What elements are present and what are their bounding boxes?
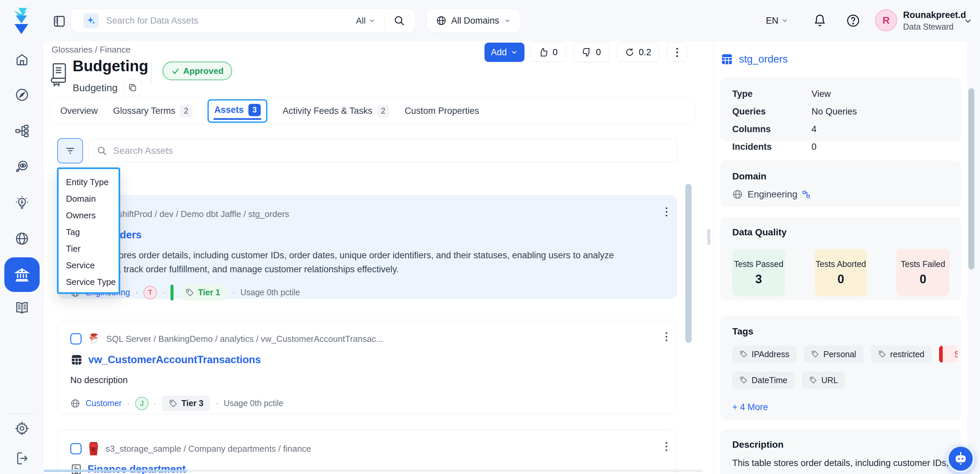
sidebar-item-settings[interactable]	[15, 421, 29, 436]
tag-restricted[interactable]: restricted	[871, 345, 932, 363]
table-icon	[720, 52, 733, 66]
sidebar-item-insights[interactable]	[15, 196, 29, 210]
preview-tags-card: Tags IPAddress Personal restricted Sensi…	[720, 316, 961, 420]
asset-breadcrumb[interactable]: SQL Server / BankingDemo / analytics / v…	[106, 334, 383, 344]
tags-show-more-link[interactable]: + 4 More	[732, 402, 949, 412]
search-input[interactable]	[106, 16, 356, 26]
panel-scrollbar-thumb[interactable]	[968, 88, 974, 270]
preview-description-card: Description This table stores order deta…	[720, 429, 961, 474]
more-actions-button[interactable]	[667, 43, 687, 62]
add-button[interactable]: Add	[485, 43, 525, 62]
asset-checkbox[interactable]	[70, 443, 81, 454]
assets-search-input[interactable]	[113, 145, 669, 156]
tile-label: Tests Aborted	[816, 259, 866, 269]
user-avatar[interactable]: R	[875, 9, 897, 31]
filter-option-owners[interactable]: Owners	[59, 207, 119, 224]
rating-button[interactable]: 0.2	[617, 43, 659, 62]
overview-label: Incidents	[732, 142, 811, 152]
domain-heading: Domain	[732, 171, 949, 182]
preview-data-quality-card: Data Quality Tests Passed 3 Tests Aborte…	[720, 217, 961, 300]
tier-badge[interactable]: Tier 1	[181, 285, 227, 301]
tile-value: 3	[755, 272, 762, 286]
status-badge[interactable]: Approved	[162, 62, 232, 80]
tier-label: Tier 1	[198, 288, 220, 297]
sidebar-item-profile-search[interactable]	[15, 159, 29, 174]
filter-option-tier[interactable]: Tier	[59, 240, 119, 257]
breadcrumb[interactable]: Glossaries / Finance	[52, 45, 130, 55]
asset-domain-link[interactable]: Customer	[86, 398, 121, 408]
assistant-chatbot-button[interactable]	[947, 445, 975, 472]
filter-option-tag[interactable]: Tag	[59, 224, 119, 240]
downvote-button[interactable]: 0	[573, 43, 609, 62]
tag-sensitive[interactable]: Sensitive	[939, 345, 958, 363]
open-lineage-icon[interactable]	[802, 190, 810, 199]
sidebar-item-domains[interactable]	[15, 231, 29, 246]
assets-search-bar	[88, 139, 677, 162]
tests-passed-tile[interactable]: Tests Passed 3	[732, 249, 785, 296]
asset-name-link[interactable]: Finance department	[88, 463, 186, 474]
asset-kebab-menu[interactable]	[666, 332, 667, 341]
domain-value[interactable]: Engineering	[748, 189, 797, 200]
all-domains-selector[interactable]: All Domains	[427, 9, 520, 33]
asset-card-stg-orders[interactable]: redshiftProd / dev / Demo dbt Jaffle / s…	[57, 195, 677, 299]
filter-option-domain[interactable]: Domain	[59, 190, 119, 207]
notifications-button[interactable]	[813, 13, 827, 28]
search-icon[interactable]	[393, 14, 405, 27]
filter-option-entity-type[interactable]: Entity Type	[59, 174, 119, 190]
sidebar-item-signout[interactable]	[15, 451, 29, 466]
preview-asset-title[interactable]: stg_orders	[739, 53, 788, 65]
filter-option-service[interactable]: Service	[59, 257, 119, 274]
incidents-link[interactable]: 0	[811, 142, 816, 152]
sidebar-item-glossary[interactable]	[15, 301, 29, 315]
horizontal-scrollbar-thumb[interactable]	[44, 470, 187, 472]
horizontal-scrollbar[interactable]	[44, 470, 703, 472]
sidebar-item-discover[interactable]	[15, 87, 29, 102]
asset-card-finance-department[interactable]: s3_storage_sample / Company departments …	[57, 430, 677, 474]
upvote-button[interactable]: 0	[530, 43, 566, 62]
sidebar-item-governance-active[interactable]	[4, 257, 40, 292]
tag-personal[interactable]: Personal	[804, 345, 864, 363]
tab-assets[interactable]: Assets3	[207, 99, 267, 123]
tests-aborted-tile[interactable]: Tests Aborted 0	[815, 249, 867, 296]
tag-datetime[interactable]: DateTime	[732, 371, 794, 389]
asset-checkbox[interactable]	[70, 333, 81, 345]
asset-kebab-menu[interactable]	[666, 207, 667, 216]
ai-sparkle-icon[interactable]	[84, 13, 99, 28]
owner-avatar[interactable]: J	[135, 397, 148, 410]
tag-label: Sensitive	[955, 350, 958, 359]
panel-resize-handle[interactable]	[707, 229, 710, 245]
tab-bar: Overview Glossary Terms2 Assets3 Activit…	[50, 97, 696, 124]
asset-name-link[interactable]: vw_CustomerAccountTransactions	[88, 354, 261, 366]
language-selector[interactable]: EN	[766, 12, 789, 29]
sidebar-toggle-icon[interactable]	[52, 14, 67, 29]
tag-ipaddress[interactable]: IPAddress	[732, 345, 797, 363]
owner-avatar[interactable]: T	[143, 286, 157, 299]
main-content: Glossaries / Finance Budgeting Approved …	[44, 41, 714, 474]
user-menu-chevron[interactable]	[963, 16, 973, 26]
tier-badge[interactable]: Tier 3	[162, 396, 210, 412]
atlan-logo[interactable]	[12, 7, 42, 35]
search-scope-label: All	[356, 16, 366, 26]
asset-breadcrumb[interactable]: s3_storage_sample / Company departments …	[105, 444, 311, 454]
tests-failed-tile[interactable]: Tests Failed 0	[896, 249, 949, 296]
filter-option-service-type[interactable]: Service Type	[59, 274, 119, 290]
owner-initial: J	[140, 399, 144, 408]
filter-button[interactable]	[57, 138, 83, 164]
main-scrollbar-thumb[interactable]	[685, 184, 692, 343]
copy-button[interactable]	[124, 79, 141, 96]
search-scope-dropdown[interactable]: All	[356, 16, 375, 26]
filter-icon	[65, 145, 76, 156]
tag-url[interactable]: URL	[802, 371, 845, 389]
help-button[interactable]	[846, 13, 861, 28]
asset-breadcrumb[interactable]: redshiftProd / dev / Demo dbt Jaffle / s…	[105, 209, 290, 220]
tab-glossary-terms[interactable]: Glossary Terms2	[113, 105, 192, 117]
asset-card-vw-customeraccounttransactions[interactable]: SQL Server / BankingDemo / analytics / v…	[57, 320, 677, 414]
tab-overview[interactable]: Overview	[60, 106, 98, 116]
tab-custom-properties[interactable]: Custom Properties	[404, 106, 479, 116]
sidebar-item-home[interactable]	[15, 52, 29, 67]
asset-kebab-menu[interactable]	[666, 442, 667, 451]
tags-heading: Tags	[732, 326, 949, 337]
tab-activity-feeds[interactable]: Activity Feeds & Tasks2	[283, 105, 389, 117]
search-icon	[97, 145, 107, 156]
sidebar-item-lineage[interactable]	[15, 124, 29, 138]
